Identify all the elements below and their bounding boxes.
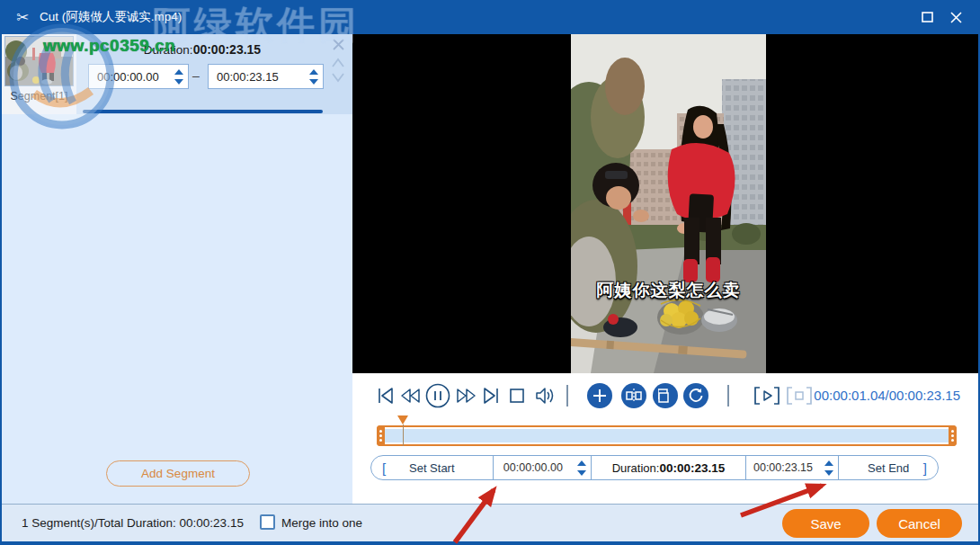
segment-duration-label: Duration: <box>144 43 193 57</box>
set-end-label[interactable]: Set End <box>868 461 909 475</box>
merge-checkbox-label[interactable]: Merge into one <box>281 516 362 530</box>
move-up-icon[interactable] <box>331 57 345 69</box>
spin-down-icon[interactable] <box>824 470 833 476</box>
spin-up-icon[interactable] <box>577 460 586 466</box>
trim-start-spinner[interactable]: 00:00:00.00 <box>494 456 592 479</box>
segment-duration: Duration:00:00:23.15 <box>76 42 328 57</box>
timeline-slider[interactable] <box>377 425 957 446</box>
fast-forward-icon <box>455 384 478 407</box>
reset-icon <box>688 388 704 404</box>
skip-start-icon <box>374 384 397 407</box>
skip-end-icon <box>479 384 503 407</box>
trim-bar: [ Set Start 00:00:00.00 Duration:00:00:2… <box>370 455 939 480</box>
spin-up-icon[interactable] <box>174 69 183 75</box>
spin-down-icon[interactable] <box>577 470 586 476</box>
controls-divider <box>566 385 568 407</box>
rewind-icon <box>398 384 422 407</box>
cancel-button[interactable]: Cancel <box>877 509 962 538</box>
segment-end-value[interactable]: 00:00:23.15 <box>209 70 305 84</box>
playhead[interactable] <box>397 415 408 424</box>
playhead-line <box>403 424 404 446</box>
subtitle-text: 阿姨你这梨怎么卖 <box>571 279 766 302</box>
timeline-left-handle[interactable] <box>377 425 385 446</box>
trim-duration-label: Duration: <box>612 461 660 475</box>
close-icon <box>950 12 962 23</box>
play-segment-button[interactable] <box>753 384 780 407</box>
set-end-button[interactable]: Set End ] <box>839 456 938 479</box>
window-title: Cut (阿姨做人要诚实.mp4) <box>40 9 182 25</box>
set-start-label[interactable]: Set Start <box>409 461 455 475</box>
add-segment-button[interactable]: Add Segment <box>106 460 250 487</box>
trim-end-value[interactable]: 00:00:23.15 <box>746 461 821 474</box>
maximize-icon <box>922 12 933 22</box>
video-player-area: 阿姨你这梨怎么卖 <box>352 34 980 373</box>
segment-start-spinner[interactable]: 00:00:00.00 <box>88 64 189 89</box>
rewind-button[interactable] <box>398 384 422 407</box>
segment-thumbnail[interactable] <box>4 36 74 86</box>
maximize-button[interactable] <box>915 7 939 27</box>
stop-segment-button[interactable] <box>786 384 813 407</box>
cut-dialog-window: ✂ Cut (阿姨做人要诚实.mp4) <box>0 0 980 545</box>
time-display: 00:00:01.04/00:00:23.15 <box>814 388 960 403</box>
plus-icon <box>592 389 607 403</box>
end-bracket-icon: ] <box>923 460 927 476</box>
segment-duration-value: 00:00:23.15 <box>193 42 262 57</box>
segment-label: Segment[1] <box>2 90 76 103</box>
timeline-right-handle[interactable] <box>949 425 957 446</box>
split-icon <box>626 389 642 403</box>
stop-icon <box>505 384 529 407</box>
spin-down-icon[interactable] <box>174 79 183 85</box>
segment-card-actions <box>327 38 349 110</box>
segment-start-value[interactable]: 00:00:00.00 <box>89 70 170 84</box>
segment-card: Segment[1] Duration:00:00:23.15 00:00:00… <box>2 34 352 114</box>
pause-icon <box>424 382 451 409</box>
remove-segment-icon[interactable] <box>332 38 345 51</box>
trim-start-value[interactable]: 00:00:00.00 <box>494 461 574 474</box>
copy-icon <box>658 389 673 403</box>
spin-up-icon[interactable] <box>309 69 318 75</box>
spin-down-icon[interactable] <box>309 79 318 85</box>
titlebar: ✂ Cut (阿姨做人要诚实.mp4) <box>2 0 978 34</box>
close-button[interactable] <box>944 7 967 27</box>
stop-button[interactable] <box>505 384 529 407</box>
fast-forward-button[interactable] <box>455 384 478 407</box>
move-down-icon[interactable] <box>331 71 345 84</box>
start-bracket-icon: [ <box>382 460 386 476</box>
segment-thumb-column: Segment[1] <box>2 34 76 114</box>
add-split-point-button[interactable] <box>587 383 612 408</box>
split-button[interactable] <box>621 383 646 408</box>
skip-end-button[interactable] <box>479 384 503 407</box>
segment-range-bar[interactable] <box>83 110 323 113</box>
segments-summary: 1 Segment(s)/Total Duration: 00:00:23.15 <box>22 516 244 530</box>
trim-duration-value: 00:00:23.15 <box>659 461 725 475</box>
controls-divider-2 <box>727 385 729 407</box>
trim-duration-display: Duration:00:00:23.15 <box>592 456 745 479</box>
pause-button[interactable] <box>424 382 448 406</box>
copy-button[interactable] <box>653 383 678 408</box>
spin-up-icon[interactable] <box>824 460 833 466</box>
segment-end-spinner[interactable]: 00:00:23.15 <box>208 64 324 89</box>
merge-checkbox[interactable] <box>260 514 275 530</box>
scissors-icon: ✂ <box>16 8 29 27</box>
skip-start-button[interactable] <box>374 384 397 407</box>
play-segment-icon <box>753 384 780 407</box>
video-preview[interactable]: 阿姨你这梨怎么卖 <box>571 34 766 373</box>
stop-segment-icon <box>786 384 813 407</box>
range-dash: – <box>192 68 200 83</box>
volume-icon <box>532 384 556 407</box>
segment-list-panel: Segment[1] Duration:00:00:23.15 00:00:00… <box>2 34 352 504</box>
save-button[interactable]: Save <box>782 509 869 538</box>
trim-end-spinner[interactable]: 00:00:23.15 <box>746 456 840 479</box>
volume-button[interactable] <box>532 384 556 407</box>
reset-button[interactable] <box>683 383 708 408</box>
set-start-button[interactable]: [ Set Start <box>371 456 494 479</box>
status-bar: 1 Segment(s)/Total Duration: 00:00:23.15… <box>2 504 978 545</box>
